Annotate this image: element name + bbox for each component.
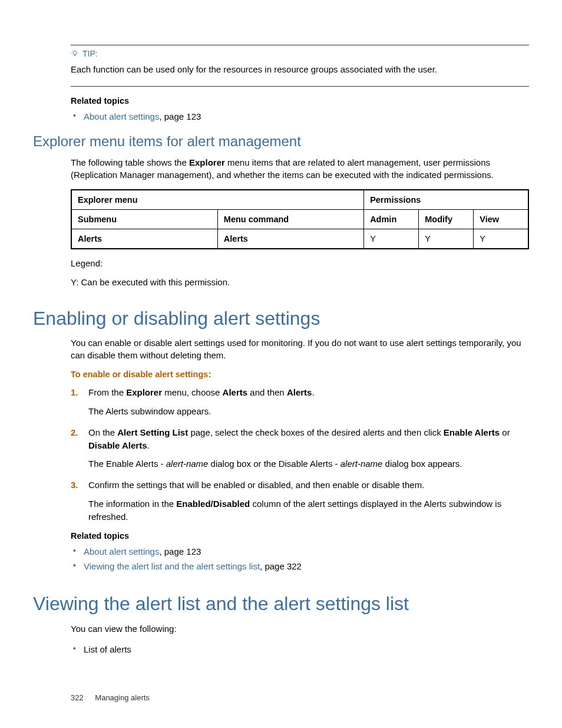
list-item: Viewing the alert list and the alert set… bbox=[84, 560, 529, 572]
th-explorer-menu: Explorer menu bbox=[71, 190, 364, 210]
th-modify: Modify bbox=[419, 210, 474, 229]
td-command: Alerts bbox=[217, 229, 363, 249]
svg-line-4 bbox=[72, 51, 73, 51]
related-heading: Related topics bbox=[71, 531, 529, 541]
related-list: About alert settings, page 123 Viewing t… bbox=[71, 545, 529, 572]
permissions-table: Explorer menu Permissions Submenu Menu c… bbox=[71, 189, 529, 249]
related-link[interactable]: Viewing the alert list and the alert set… bbox=[84, 561, 260, 571]
related-topics-block: Related topics About alert settings, pag… bbox=[71, 96, 529, 123]
legend-label: Legend: bbox=[71, 258, 529, 268]
list-item: List of alerts bbox=[84, 643, 529, 655]
related-link-rest: , page 123 bbox=[159, 111, 201, 121]
step-text: Confirm the settings that will be enable… bbox=[88, 480, 424, 490]
list-block: List of alerts bbox=[71, 643, 529, 655]
td-submenu: Alerts bbox=[71, 229, 217, 249]
lightbulb-icon bbox=[71, 50, 79, 60]
svg-line-5 bbox=[77, 51, 77, 51]
table-row: Alerts Alerts Y Y Y bbox=[71, 229, 528, 249]
steps-heading: To enable or disable alert settings: bbox=[71, 370, 529, 379]
steps-list: 1. From the Explorer menu, choose Alerts… bbox=[71, 386, 529, 523]
td-view: Y bbox=[474, 229, 528, 249]
svg-point-0 bbox=[73, 51, 77, 55]
document-page: TIP: Each function can be used only for … bbox=[0, 0, 562, 728]
chapter-title: Managing alerts bbox=[95, 693, 150, 702]
th-command: Menu command bbox=[217, 210, 363, 229]
step-item: 1. From the Explorer menu, choose Alerts… bbox=[71, 386, 529, 418]
td-modify: Y bbox=[419, 229, 474, 249]
related-link-rest: , page 322 bbox=[260, 561, 302, 571]
tip-callout: TIP: Each function can be used only for … bbox=[71, 45, 529, 87]
body-para: You can view the following: bbox=[71, 622, 529, 635]
step-sub: The Enable Alerts - alert-name dialog bo… bbox=[88, 457, 529, 470]
td-admin: Y bbox=[364, 229, 419, 249]
step-sub: The Alerts subwindow appears. bbox=[88, 405, 529, 418]
steps-block: To enable or disable alert settings: 1. … bbox=[71, 370, 529, 523]
th-submenu: Submenu bbox=[71, 210, 217, 229]
related-list: About alert settings, page 123 bbox=[71, 110, 529, 123]
section-heading-explorer: Explorer menu items for alert management bbox=[33, 133, 529, 150]
page-number: 322 bbox=[71, 693, 84, 702]
th-permissions: Permissions bbox=[364, 190, 528, 210]
section-heading-enable: Enabling or disabling alert settings bbox=[33, 307, 529, 330]
related-link[interactable]: About alert settings bbox=[84, 546, 159, 556]
bullet-list: List of alerts bbox=[71, 643, 529, 655]
tip-text: Each function can be used only for the r… bbox=[71, 64, 529, 75]
related-link-rest: , page 123 bbox=[159, 546, 201, 556]
list-item: About alert settings, page 123 bbox=[84, 545, 529, 558]
tip-label: TIP: bbox=[82, 49, 98, 58]
th-admin: Admin bbox=[364, 210, 419, 229]
section-heading-viewing: Viewing the alert list and the alert set… bbox=[33, 592, 529, 615]
permissions-table-wrap: Explorer menu Permissions Submenu Menu c… bbox=[71, 189, 529, 249]
list-item: About alert settings, page 123 bbox=[84, 110, 529, 123]
step-text: On the Alert Setting List page, select t… bbox=[88, 427, 510, 450]
table-row: Submenu Menu command Admin Modify View bbox=[71, 210, 528, 229]
step-number: 1. bbox=[71, 386, 78, 399]
step-number: 2. bbox=[71, 426, 78, 439]
body-para: The following table shows the Explorer m… bbox=[71, 156, 529, 181]
step-number: 3. bbox=[71, 479, 78, 492]
related-link[interactable]: About alert settings bbox=[84, 111, 159, 121]
table-row: Explorer menu Permissions bbox=[71, 190, 528, 210]
step-text: From the Explorer menu, choose Alerts an… bbox=[88, 387, 315, 397]
step-item: 2. On the Alert Setting List page, selec… bbox=[71, 426, 529, 470]
related-heading: Related topics bbox=[71, 96, 529, 106]
th-view: View bbox=[474, 210, 528, 229]
body-para: You can enable or disable alert settings… bbox=[71, 337, 529, 361]
step-item: 3. Confirm the settings that will be ena… bbox=[71, 479, 529, 523]
page-footer: 322 Managing alerts bbox=[71, 693, 150, 702]
related-topics-block: Related topics About alert settings, pag… bbox=[71, 531, 529, 572]
step-sub: The information in the Enabled/Disabled … bbox=[88, 498, 529, 523]
legend-text: Y: Can be executed with this permission. bbox=[71, 277, 529, 287]
